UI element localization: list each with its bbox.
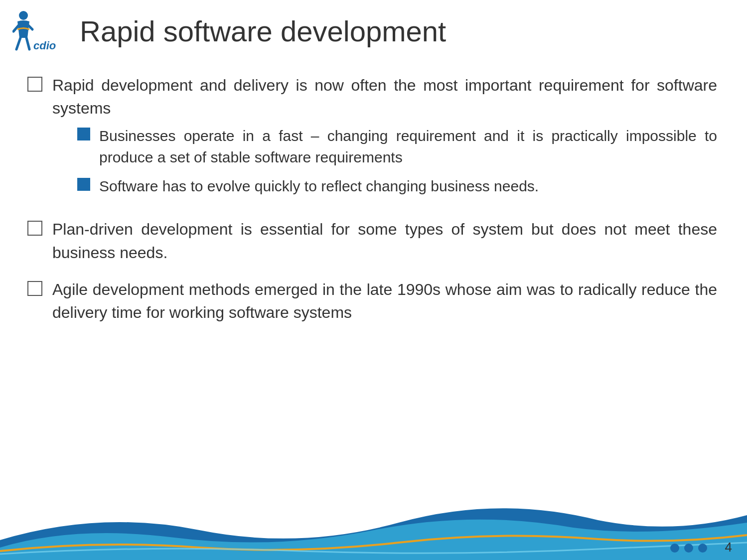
logo-area: cdio <box>10 9 65 54</box>
bullet-checkbox-1 <box>27 77 42 92</box>
sub-bullet-item-1-2: Software has to evolve quickly to reflec… <box>77 175 717 197</box>
bullet-item-2: Plan-driven development is essential for… <box>27 218 717 264</box>
sub-bullet-text-1-1: Businesses operate in a fast – changing … <box>99 125 717 168</box>
bullet-checkbox-2 <box>27 221 42 236</box>
nav-dot-1[interactable] <box>670 544 679 553</box>
nav-dot-3[interactable] <box>698 544 707 553</box>
svg-point-0 <box>19 11 28 20</box>
page-number: 4 <box>725 540 732 555</box>
sub-bullet-checkbox-1-1 <box>77 128 90 140</box>
bullet-text-3: Agile development methods emerged in the… <box>52 278 717 324</box>
bullet-checkbox-3 <box>27 281 42 296</box>
sub-bullet-item-1-1: Businesses operate in a fast – changing … <box>77 125 717 168</box>
sub-bullets-1: Businesses operate in a fast – changing … <box>77 125 717 197</box>
svg-text:cdio: cdio <box>33 39 56 52</box>
slide-title: Rapid software development <box>80 15 446 47</box>
nav-dot-2[interactable] <box>684 544 693 553</box>
bullet-item-3: Agile development methods emerged in the… <box>27 278 717 324</box>
content-area: Rapid development and delivery is now of… <box>0 59 747 348</box>
nav-dots <box>670 544 707 553</box>
slide: cdio Rapid software development Rapid de… <box>0 0 747 560</box>
bullet-text-1: Rapid development and delivery is now of… <box>52 74 717 120</box>
sub-bullet-text-1-2: Software has to evolve quickly to reflec… <box>99 175 717 197</box>
sub-bullet-checkbox-1-2 <box>77 178 90 191</box>
header: cdio Rapid software development <box>0 0 747 59</box>
footer-wave <box>0 495 747 560</box>
bullet-item-1: Rapid development and delivery is now of… <box>27 74 717 204</box>
bullet-text-2: Plan-driven development is essential for… <box>52 218 717 264</box>
cdio-logo: cdio <box>12 10 62 53</box>
